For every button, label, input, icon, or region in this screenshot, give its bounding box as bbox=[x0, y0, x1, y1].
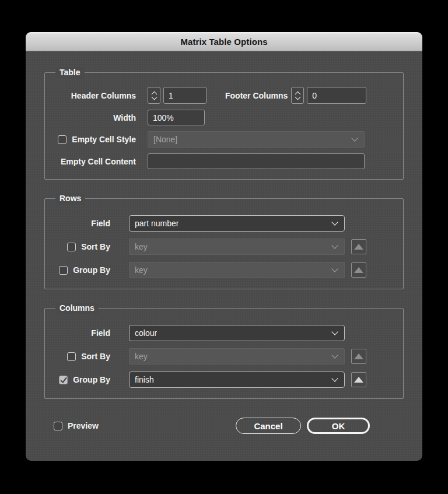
preview-label: Preview bbox=[68, 421, 99, 430]
preview-checkbox[interactable] bbox=[54, 422, 62, 430]
rows-group-by-row: Group By key bbox=[54, 262, 394, 278]
columns-sort-by-select: key bbox=[129, 348, 345, 365]
sort-ascending-icon bbox=[354, 377, 363, 383]
preview-option: Preview bbox=[54, 421, 99, 430]
header-columns-label: Header Columns bbox=[54, 91, 136, 100]
columns-sort-direction-button bbox=[351, 349, 366, 364]
header-columns-input[interactable] bbox=[163, 87, 206, 104]
columns-sort-by-checkbox[interactable] bbox=[67, 352, 76, 361]
columns-group-by-labelcell: Group By bbox=[54, 375, 110, 384]
rows-group-by-select: key bbox=[129, 262, 345, 278]
columns-group-by-label: Group By bbox=[73, 375, 110, 384]
columns-group-legend: Columns bbox=[55, 303, 99, 314]
columns-field-select[interactable]: colour bbox=[129, 325, 345, 341]
footer-columns-stepper[interactable] bbox=[291, 87, 304, 104]
rows-group-direction-button bbox=[351, 262, 366, 278]
dialog-title: Matrix Table Options bbox=[180, 37, 267, 47]
columns-group: Columns Field colour Sort By key bbox=[44, 308, 404, 399]
table-group-legend: Table bbox=[55, 67, 85, 78]
empty-cell-style-select: [None] bbox=[148, 131, 365, 148]
footer-columns-input[interactable] bbox=[307, 87, 366, 104]
empty-cell-content-row: Empty Cell Content bbox=[54, 153, 394, 169]
table-group: Table Header Columns Footer Columns bbox=[44, 72, 404, 180]
rows-sort-by-row: Sort By key bbox=[54, 239, 394, 255]
sort-ascending-icon bbox=[354, 244, 363, 250]
empty-cell-style-checkbox[interactable] bbox=[58, 135, 66, 144]
header-footer-columns-row: Header Columns Footer Columns bbox=[54, 87, 394, 104]
empty-cell-style-value: [None] bbox=[153, 135, 177, 144]
rows-sort-by-label: Sort By bbox=[81, 242, 110, 251]
empty-cell-content-input[interactable] bbox=[148, 153, 365, 169]
columns-sort-by-label: Sort By bbox=[81, 352, 110, 361]
chevron-down-icon bbox=[351, 135, 358, 141]
sort-ascending-icon bbox=[354, 353, 363, 359]
rows-sort-by-value: key bbox=[135, 242, 148, 251]
rows-sort-by-select: key bbox=[129, 239, 345, 255]
columns-group-by-row: Group By finish bbox=[54, 372, 394, 388]
chevron-down-icon bbox=[331, 219, 338, 225]
screen-background: Matrix Table Options Table Header Column… bbox=[0, 0, 448, 494]
rows-field-row: Field part number bbox=[54, 215, 394, 232]
dialog-titlebar[interactable]: Matrix Table Options bbox=[26, 32, 422, 51]
columns-sort-by-value: key bbox=[135, 352, 148, 361]
columns-group-by-select[interactable]: finish bbox=[129, 372, 345, 388]
empty-cell-content-label: Empty Cell Content bbox=[54, 157, 136, 166]
columns-field-label: Field bbox=[54, 328, 110, 338]
cancel-button[interactable]: Cancel bbox=[236, 418, 301, 434]
columns-sort-by-row: Sort By key bbox=[54, 348, 394, 365]
columns-group-by-checkbox[interactable] bbox=[59, 376, 68, 384]
empty-cell-style-row: Empty Cell Style [None] bbox=[54, 131, 394, 148]
rows-group: Rows Field part number Sort By key bbox=[44, 198, 404, 289]
chevron-down-icon bbox=[331, 265, 338, 272]
dialog-content: Table Header Columns Footer Columns bbox=[26, 72, 422, 434]
columns-group-direction-button[interactable] bbox=[351, 372, 366, 387]
empty-cell-style-labelcell: Empty Cell Style bbox=[54, 135, 136, 144]
rows-group-by-checkbox[interactable] bbox=[59, 266, 68, 275]
rows-field-value: part number bbox=[135, 219, 178, 228]
footer-columns-label: Footer Columns bbox=[225, 91, 288, 100]
columns-field-row: Field colour bbox=[54, 325, 394, 341]
columns-sort-by-labelcell: Sort By bbox=[54, 352, 110, 361]
chevron-down-icon bbox=[331, 328, 338, 335]
rows-group-by-label: Group By bbox=[73, 265, 110, 275]
width-label: Width bbox=[54, 113, 136, 122]
matrix-table-options-dialog: Matrix Table Options Table Header Column… bbox=[26, 32, 422, 461]
ok-button[interactable]: OK bbox=[307, 418, 370, 434]
rows-sort-by-labelcell: Sort By bbox=[54, 242, 110, 251]
rows-field-label: Field bbox=[54, 219, 110, 228]
width-row: Width bbox=[54, 110, 394, 125]
columns-field-value: colour bbox=[135, 328, 157, 338]
dialog-footer: Preview Cancel OK bbox=[44, 418, 404, 434]
chevron-down-icon bbox=[331, 375, 338, 381]
rows-group-legend: Rows bbox=[55, 193, 85, 204]
empty-cell-style-label: Empty Cell Style bbox=[72, 135, 136, 144]
rows-sort-direction-button bbox=[351, 239, 366, 254]
columns-group-by-value: finish bbox=[135, 375, 154, 384]
rows-group-by-value: key bbox=[135, 265, 148, 275]
width-input[interactable] bbox=[148, 110, 205, 125]
rows-sort-by-checkbox[interactable] bbox=[67, 243, 76, 251]
chevron-down-icon bbox=[331, 242, 338, 248]
rows-group-by-labelcell: Group By bbox=[54, 265, 110, 275]
sort-ascending-icon bbox=[354, 267, 363, 273]
header-columns-stepper[interactable] bbox=[148, 87, 160, 104]
chevron-down-icon bbox=[331, 352, 338, 358]
rows-field-select[interactable]: part number bbox=[129, 215, 345, 232]
